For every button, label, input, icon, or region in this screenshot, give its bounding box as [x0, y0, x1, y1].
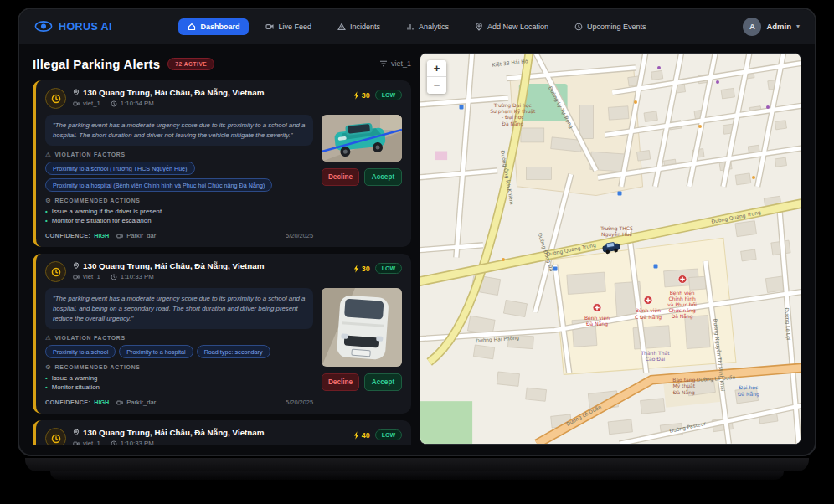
alert-date: 5/20/2025	[286, 232, 313, 239]
camera-icon	[265, 23, 274, 31]
map-zoom-out-button[interactable]: −	[427, 77, 446, 94]
bolt-icon	[353, 91, 359, 100]
warning-triangle-icon	[337, 23, 346, 31]
map-zoom-in-button[interactable]: +	[427, 60, 446, 77]
camera-id: viet_1	[83, 273, 100, 280]
gear-icon: ⚙	[45, 197, 52, 204]
device-mockup: HORUS AI Dashboard Live Feed Incidents	[0, 0, 834, 504]
nav-label: Add New Location	[487, 23, 548, 31]
parking-alert-icon	[45, 428, 66, 445]
alert-time: 1:10:33 PM	[121, 440, 154, 445]
recommended-actions-label: RECOMMENDED ACTIONS	[55, 364, 141, 370]
alert-card[interactable]: 130 Quang Trung, Hải Châu, Đà Nẵng, Viet…	[33, 254, 411, 414]
nav-upcoming-events[interactable]: Upcoming Events	[565, 18, 656, 35]
ai-assessment-text: "The parking event has a moderate urgenc…	[45, 288, 313, 329]
recommended-action: Monitor the situation for escalation	[45, 217, 313, 224]
severity-level-badge: LOW	[375, 429, 402, 440]
alert-card[interactable]: 130 Quang Trung, Hải Châu, Đà Nẵng, Viet…	[33, 420, 411, 445]
camera-icon	[116, 399, 123, 406]
nav-label: Upcoming Events	[587, 23, 646, 31]
vehicle-snapshot[interactable]	[322, 288, 402, 367]
map-panel[interactable]: Đường Quang TrungĐường Quang TrungĐường …	[420, 53, 801, 445]
ai-assessment-text: "The parking event has a moderate urgenc…	[45, 115, 313, 146]
camera-id: viet_1	[83, 440, 100, 445]
decline-button[interactable]: Decline	[322, 168, 359, 186]
severity-level-badge: LOW	[375, 90, 402, 100]
user-menu[interactable]: A Admin ▾	[656, 18, 800, 36]
nav-incidents[interactable]: Incidents	[328, 18, 389, 35]
camera-icon	[116, 233, 123, 239]
alert-location: 130 Quang Trung, Hải Châu, Đà Nẵng, Viet…	[83, 88, 264, 97]
nav-label: Dashboard	[200, 23, 239, 31]
clock-icon	[111, 100, 117, 107]
location-pin-icon	[73, 429, 80, 436]
alert-location: 130 Quang Trung, Hải Châu, Đà Nẵng, Viet…	[83, 261, 264, 270]
brand-logo[interactable]: HORUS AI	[34, 20, 178, 33]
clock-icon	[111, 440, 117, 445]
confidence-label: CONFIDENCE:	[45, 399, 90, 406]
source-camera: Parkir_dar	[126, 399, 156, 406]
map-pin-icon	[475, 23, 483, 31]
page-title: Illegal Parking Alerts	[33, 57, 160, 71]
accept-button[interactable]: Accept	[364, 373, 402, 391]
parking-alert-icon	[45, 88, 66, 109]
gear-icon: ⚙	[45, 363, 52, 371]
filter-value: viet_1	[391, 59, 411, 68]
avatar: A	[743, 18, 761, 36]
nav-live-feed[interactable]: Live Feed	[256, 18, 321, 35]
violation-tag: Proximity to a hospital	[119, 345, 193, 358]
clock-icon	[111, 274, 117, 280]
camera-filter[interactable]: viet_1	[379, 59, 411, 68]
app-window: HORUS AI Dashboard Live Feed Incidents	[18, 8, 816, 456]
violation-factors-label: VIOLATION FACTORS	[55, 335, 126, 341]
location-pin-icon	[73, 89, 80, 96]
home-icon	[188, 23, 196, 31]
location-pin-icon	[73, 262, 80, 270]
accept-button[interactable]: Accept	[364, 168, 402, 186]
recommended-action: Issue a warning if the driver is present	[45, 208, 313, 215]
alert-date: 5/20/2025	[286, 399, 313, 406]
bolt-icon	[353, 265, 359, 273]
chevron-down-icon: ▾	[796, 23, 800, 30]
nav-label: Incidents	[350, 23, 380, 31]
alerts-list[interactable]: 130 Quang Trung, Hải Châu, Đà Nẵng, Viet…	[33, 80, 411, 445]
violation-factors-label: VIOLATION FACTORS	[55, 152, 126, 157]
severity-score: 30	[353, 265, 370, 273]
device-base	[25, 458, 809, 471]
active-count-badge: 72 ACTIVE	[167, 58, 214, 70]
violation-tag: Proximity to a school (Trường THCS Nguyễ…	[45, 162, 195, 175]
bar-chart-icon	[406, 23, 414, 31]
camera-icon	[73, 100, 80, 107]
nav-label: Live Feed	[278, 23, 311, 31]
vehicle-snapshot[interactable]	[322, 115, 402, 162]
nav-dashboard[interactable]: Dashboard	[178, 18, 249, 35]
nav-analytics[interactable]: Analytics	[397, 18, 458, 35]
warning-icon: ⚠	[45, 334, 52, 342]
violation-tag: Proximity to a hospital (Bệnh viện Chỉnh…	[45, 178, 272, 192]
confidence-value: HIGH	[94, 399, 109, 406]
decline-button[interactable]: Decline	[322, 373, 359, 391]
clock-icon	[574, 23, 583, 31]
severity-score: 30	[353, 91, 370, 100]
alerts-panel-header: Illegal Parking Alerts 72 ACTIVE viet_1	[33, 53, 411, 75]
camera-icon	[73, 440, 80, 445]
camera-icon	[73, 274, 80, 280]
user-name: Admin	[766, 22, 791, 31]
parking-alert-icon	[45, 261, 66, 282]
bolt-icon	[353, 431, 359, 440]
main-nav: Dashboard Live Feed Incidents Analytics …	[178, 18, 655, 35]
violation-tag: Road type: secondary	[197, 345, 270, 358]
detected-vehicle-marker[interactable]	[602, 242, 620, 258]
violation-tag: Proximity to a school	[45, 345, 116, 358]
nav-label: Analytics	[419, 23, 449, 31]
nav-add-location[interactable]: Add New Location	[466, 18, 558, 35]
recommended-actions-label: RECOMMENDED ACTIONS	[55, 198, 141, 203]
main-content: Illegal Parking Alerts 72 ACTIVE viet_1 …	[19, 44, 815, 455]
alert-card[interactable]: 130 Quang Trung, Hải Châu, Đà Nẵng, Viet…	[33, 80, 411, 247]
map-zoom-control: + −	[427, 60, 446, 94]
alert-time: 1:10:54 PM	[121, 100, 154, 107]
confidence-label: CONFIDENCE:	[45, 232, 90, 239]
device-base-shadow	[50, 471, 784, 480]
severity-level-badge: LOW	[375, 263, 402, 274]
warning-icon: ⚠	[45, 151, 52, 158]
